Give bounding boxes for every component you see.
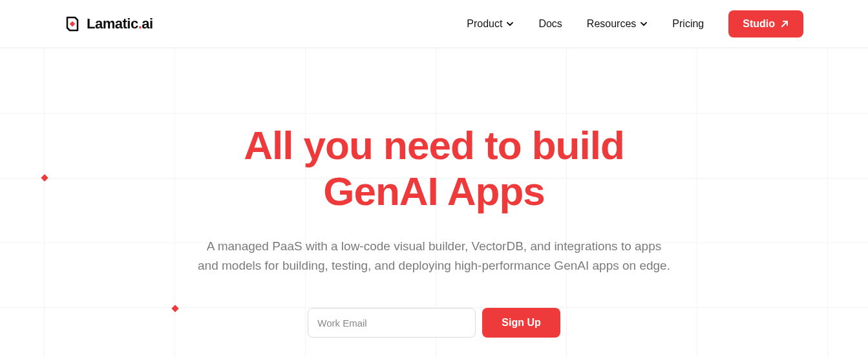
hero-section: All you need to build GenAI Apps A manag… bbox=[0, 48, 868, 338]
nav-label: Product bbox=[467, 18, 502, 30]
primary-nav: Product Docs Resources Pricing Studio bbox=[467, 10, 803, 38]
signup-button[interactable]: Sign Up bbox=[482, 308, 560, 338]
brand-name: Lamatic.ai bbox=[87, 16, 153, 32]
nav-item-docs[interactable]: Docs bbox=[538, 18, 562, 30]
arrow-up-right-icon bbox=[780, 19, 789, 28]
studio-button[interactable]: Studio bbox=[728, 10, 803, 38]
nav-item-product[interactable]: Product bbox=[467, 18, 514, 30]
studio-label: Studio bbox=[743, 18, 775, 30]
brand-logo[interactable]: Lamatic.ai bbox=[65, 16, 153, 32]
nav-label: Docs bbox=[538, 18, 562, 30]
signup-label: Sign Up bbox=[502, 317, 540, 328]
nav-label: Resources bbox=[587, 18, 636, 30]
nav-item-resources[interactable]: Resources bbox=[587, 18, 648, 30]
signup-form: Sign Up bbox=[308, 308, 560, 338]
nav-label: Pricing bbox=[672, 18, 704, 30]
site-header: Lamatic.ai Product Docs Resources Pricin… bbox=[0, 0, 868, 48]
email-field[interactable] bbox=[308, 308, 476, 338]
svg-rect-0 bbox=[70, 21, 75, 26]
chevron-down-icon bbox=[640, 20, 648, 28]
hero-subtitle: A managed PaaS with a low-code visual bu… bbox=[195, 237, 673, 276]
hero-title: All you need to build GenAI Apps bbox=[0, 122, 868, 215]
logo-mark-icon bbox=[65, 16, 80, 32]
chevron-down-icon bbox=[506, 20, 514, 28]
nav-item-pricing[interactable]: Pricing bbox=[672, 18, 704, 30]
